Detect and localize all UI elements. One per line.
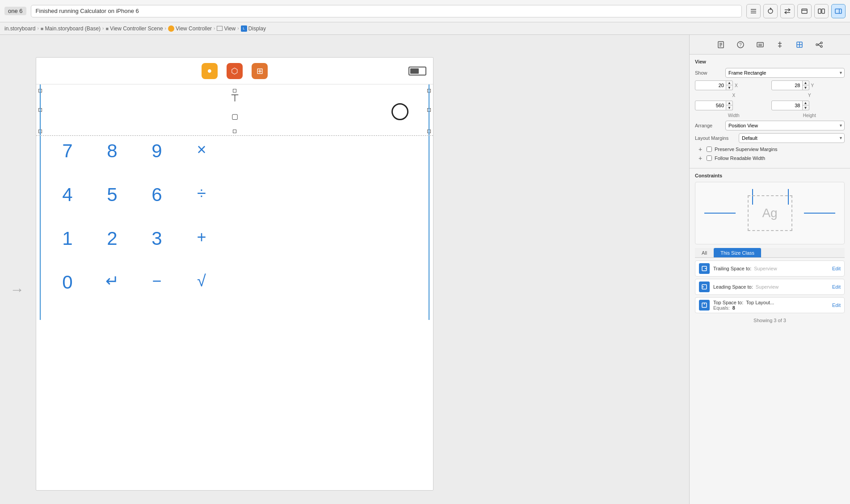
blue-line-left-lower [40,136,41,320]
key-plus[interactable]: + [193,228,210,249]
arrange-label: Arrange [695,123,722,128]
wh-labels-row: Width Height [695,113,845,118]
ag-text: Ag [762,206,777,220]
y-stepper-up[interactable]: ▲ [802,80,809,85]
battery-indicator [408,67,426,76]
leading-constraint-label: Leading Space to: Superview [713,284,829,290]
connections-icon-btn[interactable] [813,38,825,51]
key-minus[interactable]: − [148,272,166,293]
svg-line-25 [818,43,821,45]
svg-line-26 [818,45,821,46]
constraints-tab-bar: All This Size Class [695,248,845,258]
window-single-icon-btn[interactable] [797,4,812,18]
svg-text:?: ? [739,42,742,47]
key-enter[interactable]: ↵ [103,272,121,293]
y-input-wrapper: ▲ ▼ [771,80,809,90]
y-stepper: ▲ ▼ [802,80,809,90]
handle-top-mid [233,89,236,92]
breadcrumb-storyboard-partial[interactable]: in.storyboard [4,25,35,32]
show-select[interactable]: Frame Rectangle [725,68,845,78]
battery-fill [410,68,419,74]
key-7[interactable]: 7 [59,140,76,162]
refresh-icon-btn[interactable] [763,4,778,18]
x-field-group: ▲ ▼ X [695,80,769,90]
key-9[interactable]: 9 [148,140,166,162]
identity-icon-btn[interactable] [754,38,766,51]
key-3[interactable]: 3 [148,228,166,249]
scene-arrow: → [10,281,24,298]
preserve-plus-btn[interactable]: + [697,146,704,153]
h-stepper-up[interactable]: ▲ [802,101,809,105]
height-field-label: Height [771,113,845,118]
breadcrumb-vc-scene[interactable]: ■ View Controller Scene [105,25,163,32]
y-stepper-down[interactable]: ▼ [802,85,809,90]
breadcrumb-view-controller[interactable]: View Controller [168,25,212,32]
list-icon-btn[interactable] [746,4,761,18]
h-input-wrapper: ▲ ▼ [771,101,809,110]
show-row: Show Frame Rectangle ▼ [695,68,845,78]
blue-line-left [40,84,41,135]
breadcrumb-main-storyboard[interactable]: ■ Main.storyboard (Base) [41,25,101,32]
xy-row: ▲ ▼ X ▲ ▼ Y [695,80,845,90]
key-1[interactable]: 1 [59,228,76,249]
window-dual-icon-btn[interactable] [814,4,829,18]
trailing-edit-btn[interactable]: Edit [832,266,841,271]
ag-box: Ag [748,195,792,231]
leading-edit-btn[interactable]: Edit [832,284,841,290]
constraint-trailing: Trailing Space to: Superview Edit [695,260,845,277]
key-divide[interactable]: ÷ [193,184,210,206]
key-0[interactable]: 0 [59,272,76,293]
calc-row-1: 7 8 9 × [45,140,424,162]
key-multiply[interactable]: × [193,140,210,162]
layout-margins-select[interactable]: Default [739,133,845,143]
w-stepper-down[interactable]: ▼ [726,105,733,110]
help-icon-btn[interactable]: ? [734,38,747,51]
size-icon-btn[interactable] [793,38,806,51]
height-input[interactable] [771,101,803,110]
y-field-label: Y [771,93,845,98]
scheme-label[interactable]: one 6 [4,7,26,15]
x-stepper-down[interactable]: ▼ [726,85,733,90]
tab-size-class[interactable]: This Size Class [714,248,761,257]
show-label: Show [695,70,722,76]
key-8[interactable]: 8 [103,140,121,162]
w-stepper-up[interactable]: ▲ [726,101,733,105]
breadcrumb: in.storyboard › ■ Main.storyboard (Base)… [0,22,850,35]
y-input[interactable] [771,80,803,90]
follow-plus-btn[interactable]: + [697,155,704,162]
window-split-icon-btn[interactable] [831,4,846,18]
top-constraint-icon [699,300,710,311]
key-4[interactable]: 4 [59,184,76,206]
key-2[interactable]: 2 [103,228,121,249]
handle-bottom-mid [233,130,236,133]
arrange-select[interactable]: Position View [725,121,845,130]
file-icon-btn[interactable] [715,38,727,51]
x-input[interactable] [695,80,726,90]
arrange-row: Arrange Position View ▼ [695,121,845,130]
svg-rect-7 [822,9,825,13]
svg-point-23 [821,42,822,44]
ibeam-cursor: ⊤ [231,92,239,104]
breadcrumb-view[interactable]: View [217,25,236,32]
width-input[interactable] [695,101,726,110]
view-icon [217,26,223,31]
key-6[interactable]: 6 [148,184,166,206]
key-sqrt[interactable]: √ [193,272,210,293]
constraints-title: Constraints [695,173,845,178]
attributes-icon-btn[interactable] [774,38,786,51]
status-text: Finished running Calculator on iPhone 6 [36,8,139,14]
preserve-margins-checkbox[interactable] [707,147,712,152]
follow-width-checkbox[interactable] [707,155,712,161]
display-icon: L [241,25,247,32]
key-5[interactable]: 5 [103,184,121,206]
view-section: View Show Frame Rectangle ▼ ▲ [690,55,850,168]
tab-all[interactable]: All [695,248,714,257]
breadcrumb-display[interactable]: L Display [241,25,266,32]
y-label: Y [811,83,814,88]
h-stepper-down[interactable]: ▼ [802,105,809,110]
swap-icon-btn[interactable] [780,4,795,18]
constraint-left-line [704,213,736,214]
x-stepper-up[interactable]: ▲ [726,80,733,85]
top-edit-btn[interactable]: Edit [832,302,841,308]
constraints-diagram: Ag [695,182,845,244]
